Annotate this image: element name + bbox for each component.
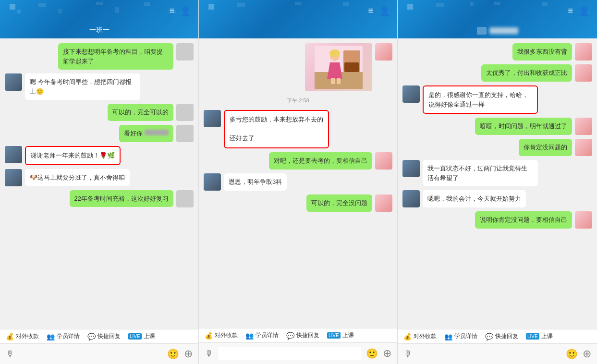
message-text: 你肯定没问题的 [524,144,567,151]
avatar-img [375,194,392,212]
toolbar-btn-live-1[interactable]: LIVE 上课 [128,332,155,340]
toolbar-btn-live-3[interactable]: LIVE 上课 [526,332,553,340]
user-icon-1[interactable]: 👤 [180,6,191,16]
avatar-img [204,110,221,127]
voice-button-3[interactable]: 🎙 [403,349,412,359]
message-text: 嘻嘻，时间问题，明年就通过了 [480,122,567,130]
toolbar-btn-student-3[interactable]: 👥 学员详情 [444,332,477,340]
chat-header-1: ≡ 👤 一班一 [0,0,198,38]
user-icon-3[interactable]: 👤 [579,6,589,16]
avatar-img [375,43,392,61]
toolbar-label-reply-3: 快捷回复 [495,332,518,340]
image-message [305,43,372,91]
table-row: 是的，很感谢你一直的支持，哈哈，说得好像全通过一样 [402,85,592,114]
avatar [176,104,194,121]
emoji-button-3[interactable]: 🙂 [566,348,578,360]
voice-button-1[interactable]: 🎙 [6,349,14,359]
message-bubble: 太优秀了，付出和收获成正比 [481,64,572,82]
avatar-img [5,146,22,163]
toolbar-btn-reply-2[interactable]: 💬 快捷回复 [286,331,319,340]
table-row: 太优秀了，付出和收获成正比 [402,64,592,82]
message-text: 多亏您的鼓励，本来想放弃不去的 [230,116,323,123]
message-text: 太优秀了，付出和收获成正比 [486,69,567,76]
plus-button-1[interactable]: ⊕ [184,348,193,360]
avatar-img [5,73,22,91]
filter-icon-1[interactable]: ≡ [169,6,174,16]
table-row: 22年备考时间充裕，这次好好复习 [5,190,194,207]
message-bubble: 我一直状态不好，过两门让我觉得生活有希望了 [423,160,538,186]
svg-rect-7 [331,78,335,84]
chat-input-bar-3: 🎙 🙂 ⊕ [398,343,597,364]
message-bubble: 嗯 今年备考时间早些，想把四门都报上🙂 [25,73,140,100]
table-row: 恩恩，明年争取3科 [204,173,392,191]
avatar-img [575,211,592,229]
pixel-3-3 [436,3,444,7]
student-icon-1: 👥 [47,333,55,340]
plus-button-2[interactable]: ⊕ [383,347,391,360]
chat-toolbar-1: 💰 对外收款 👥 学员详情 💬 快捷回复 LIVE 上课 [0,329,198,343]
message-text: 22年备考时间充裕，这次好好复习 [74,195,169,202]
header-icons-2: ≡ 👤 [368,6,390,16]
chat-header-3: ≡ 👤 [398,0,597,38]
svg-point-5 [329,49,340,57]
message-bubble-highlighted: 谢谢老师一年来的鼓励！🌹🌿 [25,146,121,165]
message-bubble: 你肯定没问题的 [519,139,572,156]
message-bubble: 看好你 [119,125,173,142]
chat-input-bar-1: 🎙 🙂 ⊕ [0,343,198,364]
header-icons-3: ≡ 👤 [568,6,589,16]
toolbar-btn-reply-3[interactable]: 💬 快捷回复 [485,332,518,340]
toolbar-btn-student-1[interactable]: 👥 学员详情 [47,332,80,340]
toolbar-label-payment-1: 对外收款 [16,332,39,340]
table-row: 可以的，完全可以的 [5,104,194,121]
message-input-2[interactable] [218,347,361,360]
pixel-6 [115,7,119,13]
avatar [575,211,592,229]
table-row: 说明你肯定没问题，要相信自己 [402,211,592,229]
pixel-4 [58,9,62,13]
avatar [5,146,22,163]
message-bubble: 我很多东西没有背 [512,43,572,61]
table-row: 我很多东西没有背 [402,43,592,61]
live-icon-2: LIVE [327,332,341,339]
chat-messages-2: 下午 2:58 多亏您的鼓励，本来想放弃不去的 还好去了 对吧，还是要去考的，要… [199,38,397,328]
live-icon-1: LIVE [128,333,142,340]
avatar-img [375,152,392,170]
message-text: 对吧，还是要去考的，要相信自己 [274,157,367,164]
filter-icon-2[interactable]: ≡ [368,6,373,16]
toolbar-btn-payment-2[interactable]: 💰 对外收款 [205,331,238,340]
message-bubble-highlighted-2: 多亏您的鼓励，本来想放弃不去的 还好去了 [224,110,329,148]
table-row: 看好你 [5,125,194,142]
avatar [176,190,194,207]
toolbar-btn-payment-1[interactable]: 💰 对外收款 [6,332,39,340]
pixel-2-1 [208,4,214,10]
emoji-button-2[interactable]: 🙂 [366,348,378,359]
message-bubble: 可以的，完全没问题 [306,194,372,212]
toolbar-btn-payment-3[interactable]: 💰 对外收款 [403,332,437,340]
user-icon-2[interactable]: 👤 [379,6,390,16]
pixel-2 [17,10,21,13]
message-text-2: 还好去了 [230,134,255,142]
message-bubble: 嗯嗯，我的会计，今天就开始努力 [423,190,526,207]
plus-button-3[interactable]: ⊕ [583,348,591,360]
avatar-img [575,139,592,156]
header-bg-2 [199,0,397,38]
message-text: 可以的，完全没问题 [311,199,367,206]
avatar-img [575,64,592,82]
avatar [204,173,221,191]
message-text: 嗯 今年备考时间早些，想把四门都报上🙂 [30,78,132,95]
toolbar-btn-reply-1[interactable]: 💬 快捷回复 [87,332,121,340]
filter-icon-3[interactable]: ≡ [568,6,573,16]
toolbar-btn-student-2[interactable]: 👥 学员详情 [245,331,279,340]
emoji-button-1[interactable]: 🙂 [167,348,179,360]
message-bubble: 对吧，还是要去考的，要相信自己 [269,152,372,170]
message-text: 说明你肯定没问题，要相信自己 [480,216,567,223]
avatar [402,160,420,177]
toolbar-label-live-1: 上课 [144,332,155,340]
blurred-content [145,130,169,135]
toolbar-btn-live-2[interactable]: LIVE 上课 [327,331,354,340]
toolbar-label-live-3: 上课 [541,332,553,340]
voice-button-2[interactable]: 🎙 [205,349,213,359]
svg-rect-3 [344,62,359,72]
chat-panel-3: ≡ 👤 我很多东西没有背 太优秀了，付出和收获成正比 [398,0,597,364]
message-text: 是的，很感谢你一直的支持，哈哈，说得好像全通过一样 [428,91,528,108]
